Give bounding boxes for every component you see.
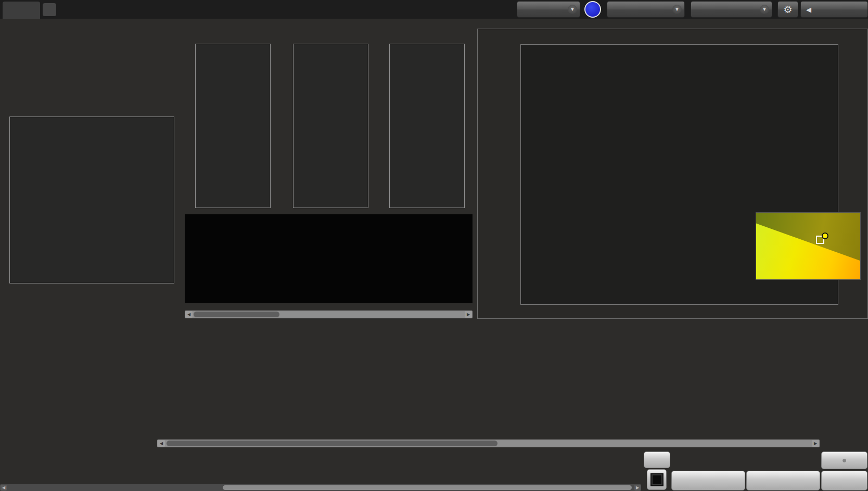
scroll-left-icon[interactable]: ◀	[158, 440, 165, 447]
chevron-down-icon: ▼	[760, 5, 769, 14]
scroll-right-icon[interactable]: ▶	[465, 311, 472, 318]
delta-l-chart	[195, 44, 271, 208]
chevron-left-icon: ◀	[806, 6, 811, 14]
source-status-indicator	[609, 3, 611, 16]
top-bar: ▼ ▼ ▼ ⚙ ◀	[0, 0, 868, 19]
deltae2000-chart	[9, 117, 174, 283]
tab-history-1[interactable]	[3, 2, 40, 19]
cie-zoom-inset	[756, 212, 861, 280]
nav-extra-button[interactable]	[821, 471, 867, 490]
table-scrollbar[interactable]: ◀ ▶	[157, 440, 820, 447]
inset-gamut-edge	[756, 213, 860, 279]
add-tab-button[interactable]	[43, 3, 56, 16]
meter-dropdown[interactable]: ▼	[517, 1, 580, 18]
patchbar-scrollbar[interactable]: ◀ ▶	[0, 484, 641, 491]
delta-h-chart	[389, 44, 465, 208]
window-square-icon	[652, 474, 662, 485]
delta-c-chart	[293, 44, 368, 208]
source-dropdown[interactable]: ▼	[607, 1, 685, 18]
workflow-dropdown[interactable]: ▼	[691, 1, 772, 18]
back-button[interactable]	[671, 471, 745, 490]
scroll-right-icon[interactable]: ▶	[634, 485, 641, 490]
window-pattern-button[interactable]	[647, 469, 667, 490]
transport-extra-button[interactable]: ●	[821, 451, 867, 469]
swatch-strip-scrollbar[interactable]: ◀ ▶	[185, 311, 473, 318]
workflow-status-indicator	[693, 3, 695, 16]
chevron-down-icon: ▼	[672, 5, 682, 14]
scrollbar-thumb[interactable]	[194, 312, 279, 317]
settings-button[interactable]: ⚙	[777, 1, 798, 18]
app-window: ▼ ▼ ▼ ⚙ ◀ ◀ ▶	[0, 0, 868, 491]
patchbar-collapse-button[interactable]	[644, 451, 670, 468]
next-button[interactable]	[746, 471, 820, 490]
scroll-left-icon[interactable]: ◀	[185, 311, 193, 318]
scroll-left-icon[interactable]: ◀	[1, 485, 7, 490]
inset-actual-marker	[822, 232, 828, 239]
record-icon: ●	[842, 456, 847, 465]
meter-count-badge[interactable]	[584, 1, 601, 18]
meter-status-indicator	[519, 3, 521, 16]
swatch-strip	[185, 214, 473, 303]
scroll-right-icon[interactable]: ▶	[812, 440, 819, 447]
chevron-down-icon: ▼	[568, 5, 577, 14]
scrollbar-thumb[interactable]	[223, 485, 632, 490]
scrollbar-thumb[interactable]	[167, 441, 497, 446]
collapse-panel-button[interactable]: ◀	[800, 1, 868, 18]
gear-icon: ⚙	[783, 4, 792, 16]
